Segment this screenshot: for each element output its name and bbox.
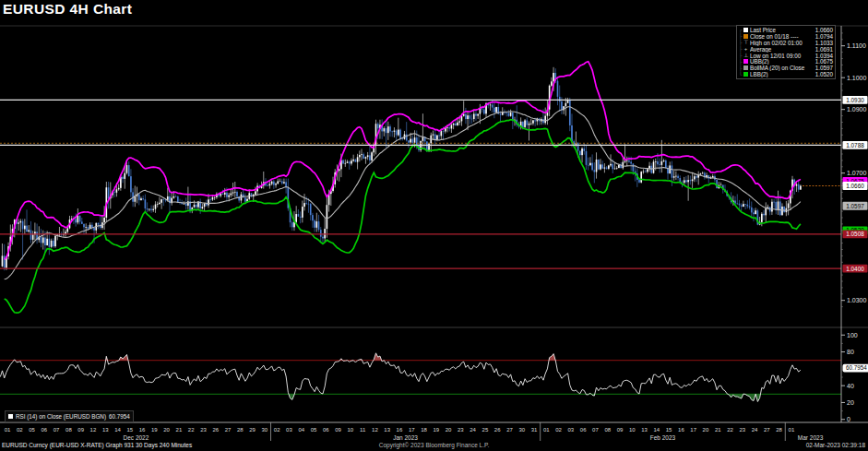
svg-text:20: 20 — [163, 427, 170, 433]
svg-text:23: 23 — [739, 427, 745, 433]
rsi-legend-label: RSI (14) on Close (EURUSD BGN) — [16, 413, 106, 420]
svg-text:31: 31 — [531, 427, 538, 433]
svg-text:11: 11 — [360, 427, 366, 433]
svg-text:14: 14 — [114, 427, 121, 433]
svg-text:16: 16 — [397, 427, 403, 433]
svg-text:21: 21 — [176, 427, 183, 433]
legend-row-bollma[interactable]: ├ BollMA (20) on Close 1.0597 — [739, 65, 833, 71]
low-marker-icon: ⊥ — [743, 53, 748, 58]
svg-text:01: 01 — [5, 427, 11, 433]
svg-text:01: 01 — [543, 427, 550, 433]
security-description: EURUSD Curncy (EUR-USD X-RATE) Graph 931… — [2, 442, 192, 448]
svg-text:22: 22 — [727, 427, 733, 433]
rsi-oversold-fill — [289, 394, 760, 401]
svg-text:06: 06 — [41, 427, 47, 433]
bloomberg-chart-window: EURUSD 4H Chart 1.11001.10001.09001.0700… — [0, 0, 868, 451]
lbb-line — [5, 120, 801, 314]
svg-text:30: 30 — [518, 427, 525, 433]
chart-legend: ┌ Last Price 1.0660 ├ Close on 01/18 ---… — [736, 25, 836, 79]
svg-text:1.1000: 1.1000 — [847, 75, 867, 81]
svg-text:16: 16 — [139, 427, 146, 433]
bollma-swatch-icon — [743, 65, 748, 70]
svg-text:20: 20 — [847, 399, 854, 406]
svg-text:02: 02 — [17, 427, 23, 433]
svg-text:0: 0 — [847, 416, 850, 422]
svg-text:Dec 2022: Dec 2022 — [124, 434, 149, 441]
svg-text:1.0300: 1.0300 — [847, 297, 867, 303]
svg-text:26: 26 — [494, 427, 501, 433]
svg-text:05: 05 — [29, 427, 35, 433]
svg-text:12: 12 — [372, 427, 378, 433]
average-marker-icon: + — [743, 47, 748, 52]
svg-text:21: 21 — [715, 427, 721, 433]
svg-text:13: 13 — [641, 427, 648, 433]
svg-text:13: 13 — [102, 427, 109, 433]
svg-text:20: 20 — [703, 427, 709, 433]
svg-text:12: 12 — [90, 427, 97, 433]
svg-text:28: 28 — [776, 427, 782, 433]
svg-text:02: 02 — [555, 427, 562, 433]
svg-text:14: 14 — [653, 427, 660, 433]
svg-text:1.0508: 1.0508 — [846, 231, 864, 237]
legend-label: LBB(2) — [750, 71, 814, 77]
svg-text:1.0930: 1.0930 — [846, 97, 864, 103]
svg-text:17: 17 — [409, 427, 415, 433]
rsi-swatch-icon — [8, 414, 13, 419]
last-price-swatch-icon — [743, 28, 748, 32]
svg-text:15: 15 — [666, 427, 672, 433]
svg-text:19: 19 — [151, 427, 158, 433]
svg-text:1.0788: 1.0788 — [846, 142, 864, 148]
legend-row-low[interactable]: ├ ⊥ Low on 12/01 09:00 1.0394 — [739, 53, 833, 59]
svg-text:80: 80 — [847, 349, 854, 355]
svg-text:02: 02 — [274, 427, 280, 433]
legend-row-average[interactable]: ├ + Average 1.0691 — [739, 46, 833, 53]
candles-layer — [2, 67, 802, 270]
svg-text:22: 22 — [188, 427, 195, 433]
svg-text:08: 08 — [604, 427, 611, 433]
svg-text:03: 03 — [286, 427, 292, 433]
svg-text:07: 07 — [54, 427, 60, 433]
svg-text:10: 10 — [347, 427, 353, 433]
rsi-legend-value: 60.7954 — [109, 413, 130, 420]
ubb-swatch-icon — [743, 59, 748, 64]
copyright-notice: Copyright© 2023 Bloomberg Finance L.P. — [379, 442, 490, 448]
legend-row-ubb[interactable]: ├ UBB(2) 1.0675 — [739, 58, 833, 65]
svg-text:05: 05 — [311, 427, 317, 433]
legend-row-lbb[interactable]: └ LBB(2) 1.0520 — [739, 71, 833, 77]
svg-text:27: 27 — [506, 427, 513, 433]
legend-value: 1.0520 — [815, 71, 833, 77]
legend-row-close-reference[interactable]: ├ Close on 01/18 ---- 1.0794 — [739, 33, 833, 40]
lbb-swatch-icon — [743, 72, 748, 77]
svg-text:40: 40 — [847, 383, 854, 389]
svg-text:28: 28 — [237, 427, 244, 433]
svg-text:16: 16 — [678, 427, 684, 433]
svg-text:1.0700: 1.0700 — [847, 170, 867, 176]
svg-text:09: 09 — [335, 427, 341, 433]
svg-text:19: 19 — [433, 427, 439, 433]
svg-text:Mar 2023: Mar 2023 — [798, 434, 824, 441]
svg-text:25: 25 — [482, 427, 489, 433]
svg-text:04: 04 — [298, 427, 304, 433]
rsi-legend[interactable]: RSI (14) on Close (EURUSD BGN) 60.7954 — [5, 410, 134, 422]
svg-text:30: 30 — [262, 427, 268, 433]
svg-text:03: 03 — [568, 427, 575, 433]
svg-text:06: 06 — [580, 427, 587, 433]
svg-text:26: 26 — [212, 427, 219, 433]
legend-row-high[interactable]: ├ ⊤ High on 02/02 01:00 1.1033 — [739, 40, 833, 46]
svg-text:01: 01 — [789, 427, 795, 433]
svg-text:27: 27 — [225, 427, 232, 433]
bollma-line — [5, 107, 801, 279]
svg-text:1.0900: 1.0900 — [847, 106, 867, 113]
svg-text:1.0660: 1.0660 — [846, 183, 864, 189]
legend-row-last-price[interactable]: ┌ Last Price 1.0660 — [739, 27, 833, 33]
high-marker-icon: ⊤ — [743, 41, 748, 45]
svg-text:60.7954: 60.7954 — [846, 364, 867, 371]
svg-text:29: 29 — [249, 427, 256, 433]
svg-text:1.1100: 1.1100 — [847, 42, 866, 49]
svg-text:1.0400: 1.0400 — [846, 266, 864, 272]
svg-text:07: 07 — [592, 427, 599, 433]
svg-text:10: 10 — [629, 427, 636, 433]
svg-text:13: 13 — [384, 427, 390, 433]
svg-text:17: 17 — [690, 427, 696, 433]
svg-text:09: 09 — [617, 427, 624, 433]
